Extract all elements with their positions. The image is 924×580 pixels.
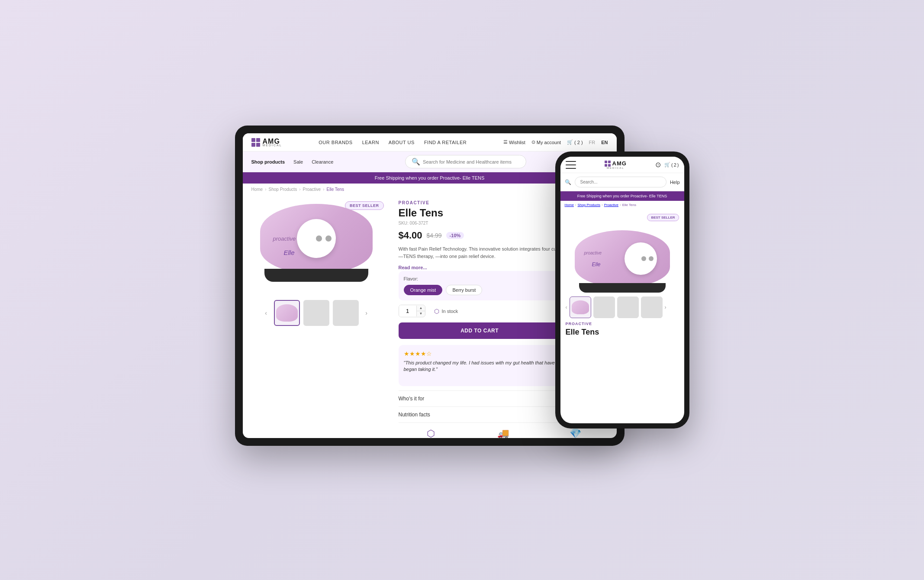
cart-link[interactable]: 🛒 (2) — [567, 139, 583, 145]
designed-canada-icon: ⬡ — [427, 428, 435, 438]
phone-search-bar: 🔍 Help — [560, 173, 684, 191]
quantity-input[interactable] — [399, 305, 416, 317]
sale-link[interactable]: Sale — [293, 159, 303, 164]
phone-thumbnail-4[interactable] — [641, 296, 663, 318]
thumbnail-1[interactable] — [274, 300, 300, 326]
phone-tens-circle — [625, 242, 657, 275]
phone-thumb-mini — [572, 300, 589, 314]
thumb-device-mini — [276, 304, 298, 322]
lang-fr-button[interactable]: FR — [589, 140, 596, 145]
brand-sub: MEDICAL — [263, 144, 282, 147]
tens-button-2 — [325, 235, 332, 242]
nav-about-us[interactable]: ABOUT US — [389, 140, 415, 145]
in-stock: ⬡ In stock — [434, 308, 458, 315]
nav-right: ☰ Wishlist ⊙ My account 🛒 (2) FR EN — [503, 139, 608, 145]
phone-bc-brand[interactable]: Proactive — [604, 203, 618, 207]
flavor-berry-burst[interactable]: Berry burst — [446, 285, 482, 295]
phone-thumb-prev[interactable]: ‹ — [566, 304, 567, 310]
phone-bc-current: Elle Tens — [622, 203, 636, 207]
wishlist-link[interactable]: ☰ Wishlist — [503, 139, 525, 145]
breadcrumb-home[interactable]: Home — [251, 187, 263, 192]
thumbnails: ‹ › — [262, 300, 371, 326]
phone-brand-text1: proactive — [584, 251, 602, 255]
breadcrumb-brand[interactable]: Proactive — [303, 187, 321, 192]
tens-brand-text2: Elle — [284, 249, 295, 256]
phone-search-input[interactable] — [575, 177, 666, 187]
account-icon: ⊙ — [531, 139, 535, 145]
main-nav-links: OUR BRANDS LEARN ABOUT US FIND A RETAILE… — [319, 140, 467, 145]
phone-product-area: BEST SELLER proactive Elle — [560, 209, 684, 423]
qty-up[interactable]: ▲ — [417, 306, 425, 311]
nav-find-retailer[interactable]: FIND A RETAILER — [424, 140, 467, 145]
search-bar[interactable]: 🔍 — [405, 155, 526, 168]
thumbnail-3[interactable] — [333, 300, 359, 326]
logo-area: AMG MEDICAL — [251, 138, 282, 147]
phone-bc-home[interactable]: Home — [565, 203, 574, 207]
breadcrumb-shop[interactable]: Shop Products — [269, 187, 297, 192]
search-input[interactable] — [423, 159, 520, 164]
phone-thumb-next[interactable]: › — [665, 304, 666, 310]
phone-screen: AMG MEDICAL ⊙ 🛒 (2) 🔍 Help — [560, 157, 684, 423]
qty-down[interactable]: ▼ — [417, 311, 425, 316]
phone-menu-icon[interactable] — [566, 161, 576, 169]
phone-tens-wings — [579, 283, 666, 293]
phone-thumbnails: ‹ › — [566, 296, 679, 318]
add-to-cart-button[interactable]: ADD TO CART — [399, 322, 561, 339]
phone-tens-device: proactive Elle — [575, 230, 670, 287]
breadcrumb-current: Elle Tens — [327, 187, 344, 192]
lang-en-button[interactable]: EN — [601, 140, 608, 145]
phone-cart-link[interactable]: 🛒 (2) — [664, 162, 679, 168]
phone-breadcrumb: Home › Shop Products › Proactive › Elle … — [560, 201, 684, 209]
phone-brand-text2: Elle — [592, 261, 601, 267]
phone-tens-body: proactive Elle — [575, 230, 670, 287]
thumb-next[interactable]: › — [362, 309, 371, 317]
phone-button-1 — [641, 256, 646, 261]
accordion-label-1: Who's it for — [399, 396, 425, 402]
my-account-link[interactable]: ⊙ My account — [531, 139, 561, 145]
tens-device: proactive Elle — [260, 204, 373, 290]
quantity-control: ▲ ▼ — [399, 305, 426, 317]
feature-quality: 💎 Exceptional quality ofproducts and ser… — [543, 428, 608, 438]
thumb-prev[interactable]: ‹ — [262, 309, 270, 317]
phone-thumbnail-2[interactable] — [593, 296, 615, 318]
product-images: BEST SELLER proactive Elle — [243, 195, 390, 438]
search-icon: 🔍 — [412, 158, 420, 166]
phone-best-seller-badge: BEST SELLER — [647, 214, 679, 221]
quality-icon: 💎 — [570, 428, 581, 438]
top-nav: AMG MEDICAL OUR BRANDS LEARN ABOUT US FI… — [243, 133, 617, 151]
phone-bc-shop[interactable]: Shop Products — [578, 203, 600, 207]
logo-icon — [251, 138, 260, 147]
stock-label: In stock — [441, 309, 458, 314]
phone-logo-icon — [605, 161, 611, 167]
feature-shipping: 🚚 2 day shippingin Canada — [470, 428, 536, 438]
scene: AMG MEDICAL OUR BRANDS LEARN ABOUT US FI… — [235, 126, 689, 454]
read-more-link[interactable]: Read more... — [399, 265, 427, 270]
logo-text-group: AMG MEDICAL — [263, 138, 282, 147]
shipping-icon: 🚚 — [497, 428, 509, 438]
discount-badge: -10% — [446, 232, 464, 239]
phone-product-brand: PROACTIVE — [566, 322, 679, 326]
phone-promo-banner: Free Shipping when you order Proactive- … — [560, 191, 684, 201]
phone-product-title: Elle Tens — [566, 328, 679, 337]
clearance-link[interactable]: Clearance — [312, 159, 333, 164]
wishlist-icon: ☰ — [503, 139, 508, 145]
accordion-label-2: Nutrition facts — [399, 412, 430, 418]
nav-learn[interactable]: LEARN — [362, 140, 379, 145]
shop-products-link[interactable]: Shop products — [251, 159, 285, 164]
phone-thumbnail-3[interactable] — [617, 296, 639, 318]
flavor-orange-mist[interactable]: Orange mist — [404, 285, 443, 295]
cart-icon: 🛒 — [567, 139, 573, 145]
phone-product-image: proactive Elle — [566, 224, 679, 293]
phone-top-nav: AMG MEDICAL ⊙ 🛒 (2) — [560, 157, 684, 173]
phone-help-link[interactable]: Help — [670, 180, 680, 185]
qty-arrows: ▲ ▼ — [416, 306, 425, 316]
phone-nav-icons: ⊙ 🛒 (2) — [655, 161, 679, 169]
secondary-nav-links: Shop products Sale Clearance — [251, 159, 334, 164]
phone-account-icon[interactable]: ⊙ — [655, 161, 661, 169]
feature-designed-canada: ⬡ Designed inCanada — [399, 428, 464, 438]
phone-thumbnail-1[interactable] — [570, 296, 591, 318]
nav-our-brands[interactable]: OUR BRANDS — [319, 140, 352, 145]
phone-device: AMG MEDICAL ⊙ 🛒 (2) 🔍 Help — [555, 151, 689, 429]
thumbnail-2[interactable] — [303, 300, 329, 326]
tens-wings — [264, 269, 368, 282]
